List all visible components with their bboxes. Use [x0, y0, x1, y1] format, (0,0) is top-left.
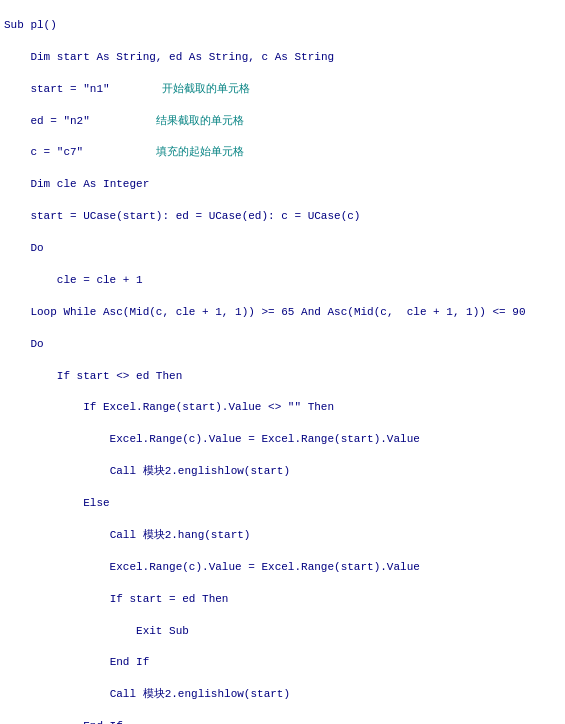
code-editor: Sub pl() Dim start As String, ed As Stri…	[0, 0, 565, 724]
code-line: start = UCase(start): ed = UCase(ed): c …	[4, 209, 561, 225]
code-line: Call 模块2.englishlow(start)	[4, 464, 561, 480]
code-line: cle = cle + 1	[4, 273, 561, 289]
code-line: Call 模块2.englishlow(start)	[4, 687, 561, 703]
code-line: Do	[4, 241, 561, 257]
code-line: Dim cle As Integer	[4, 177, 561, 193]
code-line: If Excel.Range(start).Value <> "" Then	[4, 400, 561, 416]
code-line: Exit Sub	[4, 624, 561, 640]
code-line: Excel.Range(c).Value = Excel.Range(start…	[4, 560, 561, 576]
code-line: Else	[4, 496, 561, 512]
code-line: End If	[4, 655, 561, 671]
code-line: Dim start As String, ed As String, c As …	[4, 50, 561, 66]
code-line: Excel.Range(c).Value = Excel.Range(start…	[4, 432, 561, 448]
code-line: Loop While Asc(Mid(c, cle + 1, 1)) >= 65…	[4, 305, 561, 321]
code-line: If start = ed Then	[4, 592, 561, 608]
code-line: Sub pl()	[4, 18, 561, 34]
code-line: start = "n1" 开始截取的单元格	[4, 82, 561, 98]
code-line: c = "c7" 填充的起始单元格	[4, 145, 561, 161]
code-line: Call 模块2.hang(start)	[4, 528, 561, 544]
code-line: If start <> ed Then	[4, 369, 561, 385]
code-line: ed = "n2" 结果截取的单元格	[4, 114, 561, 130]
code-line: End If	[4, 719, 561, 724]
code-line: Do	[4, 337, 561, 353]
